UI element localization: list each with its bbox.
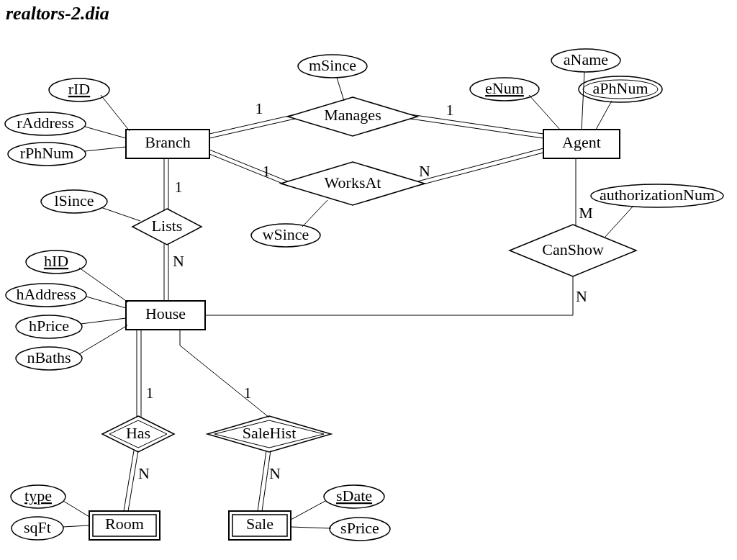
svg-line-88 (417, 153, 543, 186)
svg-text:House: House (145, 304, 186, 322)
attr-aPhNum: aPhNum (579, 76, 662, 102)
diagram-title: realtors-2.dia (6, 3, 109, 24)
svg-text:Room: Room (105, 515, 144, 533)
svg-text:eNum: eNum (485, 79, 524, 97)
svg-text:Sale: Sale (246, 515, 273, 533)
svg-line-75 (81, 318, 126, 324)
svg-line-80 (291, 527, 331, 528)
svg-line-65 (85, 147, 126, 151)
attr-hAddress: hAddress (6, 284, 86, 307)
attr-eNum: eNum (470, 78, 539, 101)
svg-text:sDate: sDate (336, 487, 372, 505)
entity-branch: Branch (126, 130, 209, 158)
attr-hID: hID (26, 250, 86, 274)
svg-text:nBaths: nBaths (27, 348, 71, 366)
svg-text:lSince: lSince (55, 191, 94, 209)
svg-text:hID: hID (44, 252, 68, 270)
relationship-lists: Lists (132, 209, 202, 245)
entity-room: Room (89, 511, 160, 540)
svg-line-81 (209, 114, 295, 134)
attr-sDate: sDate (324, 485, 384, 508)
attr-aName: aName (551, 49, 620, 72)
entity-sale: Sale (229, 511, 291, 540)
svg-text:mSince: mSince (309, 56, 356, 74)
svg-line-72 (605, 206, 633, 238)
attr-type: type (11, 485, 65, 508)
attr-rID: rID (49, 78, 109, 101)
svg-line-98 (124, 451, 134, 511)
svg-line-83 (410, 114, 543, 134)
attr-rAddress: rAddress (5, 112, 86, 135)
svg-line-67 (582, 72, 584, 130)
card-salehist-house: 1 (244, 384, 252, 402)
svg-text:Lists: Lists (152, 217, 183, 235)
svg-text:SaleHist: SaleHist (243, 424, 297, 442)
svg-line-63 (101, 95, 130, 131)
card-canshow-house: N (576, 287, 587, 305)
svg-text:Has: Has (126, 424, 150, 442)
attr-authorizationNum: authorizationNum (591, 184, 723, 207)
card-manages-branch: 1 (256, 99, 263, 117)
relationship-salehist: SaleHist (207, 416, 331, 452)
svg-text:wSince: wSince (263, 225, 309, 243)
card-lists-house: N (173, 252, 184, 270)
svg-line-68 (596, 101, 612, 130)
relationship-manages: Manages (288, 97, 417, 136)
relationship-canshow: CanShow (510, 225, 636, 276)
svg-line-76 (79, 325, 127, 354)
svg-text:CanShow: CanShow (542, 240, 604, 258)
entity-house: House (126, 301, 205, 330)
svg-line-74 (86, 297, 126, 308)
svg-text:rID: rID (68, 80, 91, 98)
attr-hPrice: hPrice (16, 315, 82, 338)
svg-text:Agent: Agent (562, 133, 601, 151)
svg-text:rPhNum: rPhNum (20, 144, 74, 162)
svg-text:hPrice: hPrice (29, 317, 69, 335)
svg-line-86 (209, 154, 288, 186)
svg-line-101 (180, 346, 269, 417)
attr-lSince: lSince (41, 190, 107, 213)
attr-wSince: wSince (251, 224, 320, 247)
card-worksat-agent: N (419, 162, 430, 180)
er-diagram: Branch Agent House Room Sale Manages Wor… (0, 0, 737, 560)
svg-line-71 (101, 207, 140, 221)
svg-line-73 (79, 268, 128, 302)
svg-text:aName: aName (564, 50, 608, 68)
svg-line-84 (410, 119, 543, 138)
svg-line-85 (209, 150, 288, 181)
svg-text:Branch: Branch (145, 133, 191, 151)
card-has-house: 1 (146, 384, 154, 402)
attr-sqFt: sqFt (12, 517, 63, 540)
svg-line-82 (209, 119, 295, 138)
svg-line-69 (337, 78, 344, 101)
attr-mSince: mSince (298, 55, 367, 78)
svg-line-64 (85, 127, 126, 138)
svg-text:aPhNum: aPhNum (593, 79, 648, 97)
svg-line-99 (128, 451, 138, 511)
relationship-worksat: WorksAt (281, 162, 425, 205)
card-salehist-sale: N (269, 464, 281, 482)
card-lists-branch: 1 (175, 178, 183, 196)
svg-text:hAddress: hAddress (16, 285, 76, 303)
card-worksat-branch: 1 (263, 162, 271, 180)
svg-text:Manages: Manages (324, 106, 381, 124)
attr-sPrice: sPrice (330, 518, 390, 541)
relationship-has: Has (102, 416, 174, 452)
svg-line-77 (63, 501, 89, 517)
card-has-room: N (138, 464, 150, 482)
entity-agent: Agent (543, 130, 620, 158)
svg-text:WorksAt: WorksAt (325, 173, 381, 191)
svg-line-66 (529, 95, 560, 130)
svg-text:authorizationNum: authorizationNum (600, 186, 715, 204)
svg-text:rAddress: rAddress (17, 114, 73, 132)
card-canshow-agent: M (579, 204, 593, 222)
attr-rPhNum: rPhNum (8, 143, 86, 166)
svg-text:sPrice: sPrice (340, 519, 379, 537)
svg-text:sqFt: sqFt (24, 518, 51, 536)
svg-line-70 (302, 200, 327, 227)
svg-line-78 (63, 525, 89, 527)
svg-line-79 (291, 501, 325, 520)
svg-line-102 (258, 451, 266, 511)
attr-nBaths: nBaths (16, 347, 82, 370)
card-manages-agent: 1 (446, 101, 454, 119)
